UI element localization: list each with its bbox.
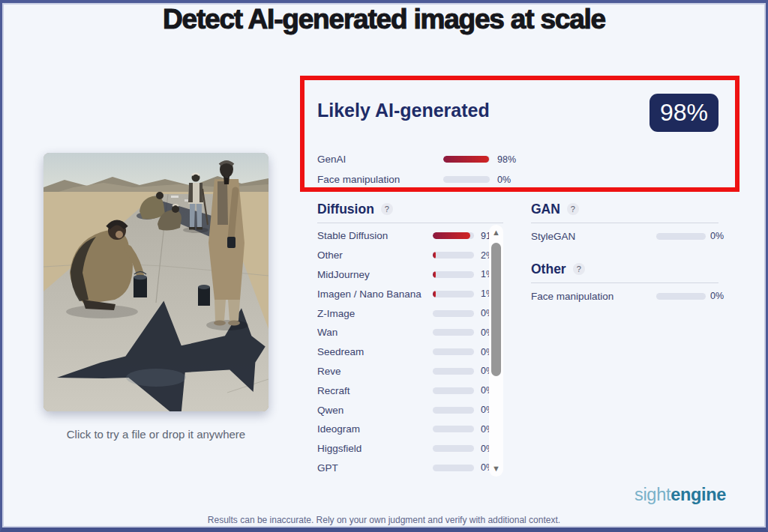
- score-row-label: GenAI: [317, 154, 436, 165]
- model-percent: 0%: [710, 291, 724, 301]
- model-bar: [433, 232, 474, 239]
- model-row: Qwen 0%: [317, 400, 503, 420]
- logo-part-light: sight: [634, 485, 670, 504]
- model-row: Reve 0%: [317, 362, 503, 381]
- app-window: Detect AI-generated images at scale: [0, 0, 768, 532]
- model-label: Imagen / Nano Banana: [317, 288, 426, 300]
- model-bar: [433, 348, 474, 355]
- score-row: GenAI 98%: [317, 149, 505, 169]
- score-badge: 98%: [650, 94, 718, 132]
- model-bar: [433, 329, 474, 336]
- scroll-down-icon[interactable]: ▼: [489, 463, 503, 474]
- diffusion-rows: Stable Diffusion 91% Other 2% MidJourney…: [317, 226, 503, 477]
- diffusion-section-title: Diffusion: [317, 202, 374, 217]
- model-row: Other 2%: [317, 246, 503, 265]
- sightengine-logo[interactable]: sightengine: [634, 485, 726, 505]
- model-row: Ideogram 0%: [317, 420, 503, 439]
- help-icon[interactable]: ?: [573, 263, 585, 275]
- section-divider: [317, 223, 503, 223]
- model-row: Imagen / Nano Banana 1%: [317, 284, 503, 303]
- score-row: Face manipulation 0%: [317, 169, 505, 190]
- model-label: Recraft: [317, 385, 426, 396]
- model-bar: [433, 445, 474, 452]
- model-bar: [433, 368, 474, 375]
- dropzone-caption[interactable]: Click to try a file or drop it anywhere: [25, 428, 287, 441]
- model-row: Seedream 0%: [317, 342, 503, 362]
- scrollbar-thumb[interactable]: [491, 243, 501, 376]
- score-row-label: Face manipulation: [317, 174, 436, 185]
- model-label: MidJourney: [317, 269, 426, 280]
- result-heading: Likely AI-generated: [317, 100, 490, 121]
- uploaded-image-preview[interactable]: [44, 153, 268, 411]
- model-bar-fill: [433, 252, 436, 259]
- score-bar-fill: [443, 156, 489, 163]
- model-label: Face manipulation: [531, 291, 652, 302]
- model-bar: [433, 271, 474, 278]
- model-label: Z-Image: [317, 308, 426, 319]
- diffusion-scrollbar[interactable]: ▲ ▼: [489, 225, 503, 477]
- model-bar: [433, 407, 474, 414]
- model-bar-fill: [433, 291, 436, 297]
- scroll-up-icon[interactable]: ▲: [489, 227, 503, 238]
- model-label: GPT: [317, 462, 426, 474]
- model-label: Stable Diffusion: [317, 230, 426, 241]
- model-label: Wan: [317, 327, 426, 338]
- page-title: Detect AI-generated images at scale: [2, 4, 766, 35]
- section-divider: [531, 282, 718, 283]
- model-label: StyleGAN: [531, 231, 652, 242]
- diffusion-section: Diffusion ? Stable Diffusion 91% Other 2…: [317, 201, 503, 477]
- model-bar: [433, 426, 474, 432]
- model-bar: [433, 252, 474, 259]
- model-row: MidJourney 1%: [317, 265, 503, 285]
- model-percent: 0%: [710, 231, 724, 241]
- model-row: GPT 0%: [317, 459, 503, 478]
- model-row: Face manipulation 0%: [531, 286, 718, 306]
- score-row-percent: 98%: [497, 154, 516, 165]
- model-row: Recraft 0%: [317, 381, 503, 400]
- gan-section: GAN ? StyleGAN 0%: [531, 201, 718, 246]
- model-row: Stable Diffusion 91%: [317, 226, 503, 246]
- model-bar: [433, 387, 474, 394]
- score-bar: [443, 156, 490, 163]
- model-bar: [433, 291, 474, 297]
- help-icon[interactable]: ?: [381, 203, 393, 215]
- result-rows: GenAI 98% Face manipulation 0%: [317, 149, 505, 190]
- model-bar-fill: [433, 271, 436, 278]
- model-row: Z-Image 0%: [317, 303, 503, 323]
- model-bar: [433, 465, 474, 471]
- footer-disclaimer: Results can be inaccurate. Rely on your …: [2, 515, 766, 525]
- model-bar: [656, 233, 706, 240]
- help-icon[interactable]: ?: [567, 203, 579, 215]
- model-row: Wan 0%: [317, 323, 503, 342]
- model-label: Seedream: [317, 346, 426, 357]
- model-label: Ideogram: [317, 423, 426, 435]
- other-section-title: Other: [531, 262, 566, 277]
- model-bar: [433, 310, 474, 317]
- model-row: Higgsfield 0%: [317, 439, 503, 459]
- model-bar: [656, 293, 706, 300]
- score-bar: [443, 176, 490, 183]
- gan-section-title: GAN: [531, 202, 560, 217]
- model-label: Other: [317, 250, 426, 261]
- model-label: Qwen: [317, 405, 426, 416]
- logo-part-bold: engine: [670, 485, 726, 504]
- other-section: Other ? Face manipulation 0%: [531, 261, 718, 306]
- uploaded-image: [44, 153, 268, 411]
- gan-rows: StyleGAN 0%: [531, 226, 718, 246]
- model-bar-fill: [433, 232, 470, 239]
- model-row: StyleGAN 0%: [531, 226, 718, 246]
- other-rows: Face manipulation 0%: [531, 286, 718, 306]
- model-label: Higgsfield: [317, 443, 426, 454]
- model-label: Reve: [317, 366, 426, 377]
- section-divider: [531, 223, 718, 223]
- score-row-percent: 0%: [497, 175, 511, 185]
